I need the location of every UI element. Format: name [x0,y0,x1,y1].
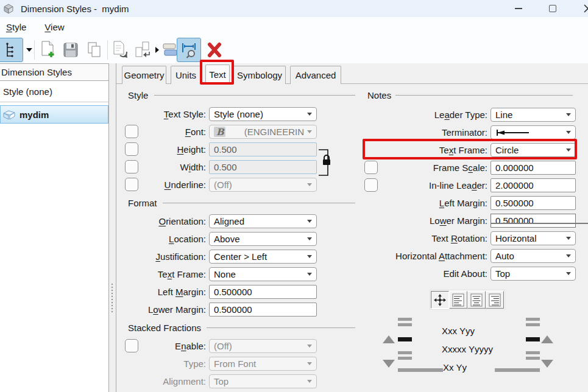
group-title-stacked-fractions: Stacked Fractions [128,323,201,333]
maximize-button[interactable] [544,0,562,17]
dimension-audit-button[interactable] [177,38,201,62]
height-input[interactable]: 0.500 [209,142,317,156]
menu-view[interactable]: View [43,20,65,34]
toolbar [0,37,588,63]
fraction-alignment-select[interactable]: Top [209,374,317,388]
styles-list-panel: Dimension Styles Style (none) mydim [0,63,108,392]
tab-units[interactable]: Units [171,66,201,84]
copy-icon [86,41,103,59]
edit-about-select[interactable]: Top [491,267,576,281]
leader-type-select[interactable]: Line [491,108,576,122]
new-style-button[interactable] [36,38,59,62]
copy-style-button[interactable] [83,38,106,62]
inline-leader-input[interactable]: 2.000000 [491,178,576,192]
tab-geometry[interactable]: Geometry [122,66,166,84]
style-item-mydim[interactable]: mydim [0,105,108,124]
selected-attachment-bar[interactable] [398,337,412,341]
terminator-select[interactable] [491,125,576,139]
close-icon [583,4,588,13]
attachment-bar[interactable] [398,323,412,326]
align-center-icon [470,293,483,307]
delete-icon [205,41,224,58]
underline-label: Underline: [116,180,206,191]
leader-arrow-terminator-icon [495,129,533,136]
attachment-bar[interactable] [526,323,540,326]
tab-symbology[interactable]: Symbology [233,66,286,84]
attachment-bar[interactable] [398,318,412,321]
enable-select[interactable]: (Off) [209,339,317,353]
attach-left-button[interactable] [449,291,467,309]
attachment-bar[interactable] [398,351,412,354]
width-input[interactable]: 0.500 [209,160,317,174]
height-width-lock-icon[interactable] [318,145,336,184]
style-tree-dropdown-button[interactable] [24,38,34,62]
notes-lower-margin-label: Lower Margin: [366,215,487,226]
attach-center-button[interactable] [467,291,486,309]
fraction-type-select[interactable]: From Font [209,357,317,371]
location-select[interactable]: Above [209,232,317,246]
attachment-bar[interactable] [526,357,540,360]
selected-value: (ENGINEERIN [244,127,304,137]
selected-value: Top [214,376,228,387]
preview-text-line2: Xxxxx Yyyyy [442,344,493,354]
chevron-down-icon [307,183,312,186]
preview-text-line3: Xx Yy [443,362,467,373]
frame-scale-input[interactable]: 0.000000 [491,161,576,175]
lower-margin-input[interactable]: 0.500000 [209,303,317,317]
attachment-bar[interactable] [526,351,540,354]
chevron-down-icon [566,113,571,116]
field-value: 2.000000 [495,180,534,191]
menu-style[interactable]: Style [5,20,27,34]
chevron-down-icon [307,362,312,365]
notes-left-margin-input[interactable]: 0.500000 [491,196,576,210]
left-attachment-down-arrow[interactable] [383,360,395,368]
attachment-bar[interactable] [398,357,412,360]
tab-text[interactable]: Text [205,65,230,84]
dimension-style-box-icon [2,110,16,120]
chevron-down-icon [566,149,571,152]
splitter-grip[interactable] [112,284,113,314]
delete-style-button[interactable] [203,38,226,62]
tab-advanced[interactable]: Advanced [290,66,341,84]
frame-scale-label: Frame Scale: [366,163,487,173]
chevron-down-icon [566,254,571,257]
text-frame-select[interactable]: None [209,267,317,281]
group-title-notes: Notes [367,90,391,100]
panel-splitter[interactable] [108,63,116,392]
import-style-icon [111,40,129,60]
text-rotation-select[interactable]: Horizontal [491,231,576,245]
minimize-button[interactable] [509,0,528,17]
field-value: 0.500000 [214,304,252,315]
underline-select[interactable]: (Off) [209,178,317,192]
notes-lower-margin-input[interactable]: 0.500000 [491,214,576,228]
update-style-button[interactable] [132,38,155,62]
menu-bar: Style View [0,17,588,37]
text-style-select[interactable]: Style (none) [209,107,317,121]
close-button[interactable] [579,0,588,17]
new-style-icon [38,40,57,60]
attach-right-button[interactable] [486,291,504,309]
chevron-down-icon [566,272,571,275]
font-select[interactable]: B (ENGINEERIN [209,125,317,139]
horizontal-attachment-select[interactable]: Auto [491,249,576,263]
justification-select[interactable]: Center > Left [209,250,317,264]
style-tree-view-button[interactable] [0,38,23,62]
left-attachment-up-arrow[interactable] [383,335,395,343]
attachment-bar[interactable] [526,318,540,321]
right-attachment-up-arrow[interactable] [541,335,553,343]
notes-text-frame-select[interactable]: Circle [491,143,576,157]
save-style-button[interactable] [59,38,82,62]
group-line [154,95,355,96]
right-attachment-down-arrow[interactable] [541,360,553,368]
free-location-button[interactable] [431,291,449,309]
import-style-button[interactable] [109,38,131,62]
orientation-select[interactable]: Aligned [209,214,317,228]
style-item-none[interactable]: Style (none) [0,83,108,100]
selected-value: Center > Left [214,251,267,262]
selected-attachment-bar[interactable] [526,337,540,341]
chevron-down-icon [307,273,312,276]
tab-pane: Geometry Units Text Symbology Advanced S… [116,63,588,392]
edit-about-label: Edit About: [366,268,487,279]
left-margin-input[interactable]: 0.500000 [209,285,317,299]
chevron-down-icon [307,220,312,223]
